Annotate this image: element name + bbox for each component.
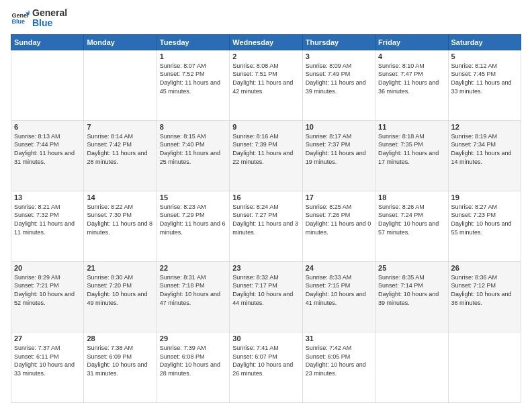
- calendar-cell: [11, 50, 84, 120]
- calendar-cell: 3Sunrise: 8:09 AMSunset: 7:49 PMDaylight…: [302, 50, 375, 120]
- day-info: Sunrise: 7:38 AMSunset: 6:09 PMDaylight:…: [87, 344, 153, 377]
- day-info: Sunrise: 8:21 AMSunset: 7:32 PMDaylight:…: [14, 203, 81, 236]
- day-number: 8: [160, 123, 226, 131]
- day-info: Sunrise: 8:08 AMSunset: 7:51 PMDaylight:…: [232, 62, 299, 95]
- logo: General Blue General Blue: [11, 8, 67, 29]
- day-number: 7: [87, 123, 153, 131]
- day-number: 11: [378, 123, 445, 131]
- day-number: 4: [378, 52, 445, 60]
- calendar-cell: 14Sunrise: 8:22 AMSunset: 7:30 PMDayligh…: [84, 191, 157, 261]
- day-info: Sunrise: 7:37 AMSunset: 6:11 PMDaylight:…: [14, 344, 81, 377]
- calendar-cell: 27Sunrise: 7:37 AMSunset: 6:11 PMDayligh…: [11, 332, 84, 402]
- day-info: Sunrise: 8:15 AMSunset: 7:40 PMDaylight:…: [160, 132, 226, 166]
- calendar-cell: 22Sunrise: 8:31 AMSunset: 7:18 PMDayligh…: [157, 261, 229, 332]
- day-number: 25: [378, 264, 445, 272]
- day-number: 21: [87, 264, 153, 272]
- calendar-cell: 16Sunrise: 8:24 AMSunset: 7:27 PMDayligh…: [230, 191, 302, 261]
- day-number: 22: [160, 264, 226, 272]
- calendar-cell: 9Sunrise: 8:16 AMSunset: 7:39 PMDaylight…: [230, 120, 302, 191]
- calendar-week-2: 6Sunrise: 8:13 AMSunset: 7:44 PMDaylight…: [11, 120, 521, 191]
- day-number: 20: [14, 264, 81, 272]
- day-info: Sunrise: 8:10 AMSunset: 7:47 PMDaylight:…: [378, 62, 445, 95]
- day-number: 2: [232, 52, 299, 60]
- calendar-cell: [448, 332, 521, 402]
- day-info: Sunrise: 8:13 AMSunset: 7:44 PMDaylight:…: [14, 132, 81, 166]
- day-info: Sunrise: 8:32 AMSunset: 7:17 PMDaylight:…: [232, 273, 299, 307]
- day-number: 15: [160, 193, 226, 201]
- calendar-cell: 11Sunrise: 8:18 AMSunset: 7:35 PMDayligh…: [375, 120, 448, 191]
- day-number: 29: [160, 334, 226, 342]
- calendar-cell: [84, 50, 157, 120]
- day-info: Sunrise: 8:30 AMSunset: 7:20 PMDaylight:…: [87, 273, 153, 307]
- day-info: Sunrise: 7:42 AMSunset: 6:05 PMDaylight:…: [306, 344, 372, 377]
- calendar-week-4: 20Sunrise: 8:29 AMSunset: 7:21 PMDayligh…: [11, 261, 521, 332]
- day-number: 31: [306, 334, 372, 342]
- day-info: Sunrise: 8:09 AMSunset: 7:49 PMDaylight:…: [306, 62, 372, 95]
- day-info: Sunrise: 8:19 AMSunset: 7:34 PMDaylight:…: [451, 132, 518, 166]
- calendar-cell: 23Sunrise: 8:32 AMSunset: 7:17 PMDayligh…: [230, 261, 302, 332]
- day-number: 26: [451, 264, 518, 272]
- calendar-cell: 18Sunrise: 8:26 AMSunset: 7:24 PMDayligh…: [375, 191, 448, 261]
- day-info: Sunrise: 8:31 AMSunset: 7:18 PMDaylight:…: [160, 273, 226, 307]
- calendar-week-5: 27Sunrise: 7:37 AMSunset: 6:11 PMDayligh…: [11, 332, 521, 402]
- day-number: 28: [87, 334, 153, 342]
- day-number: 10: [306, 123, 372, 131]
- weekday-header-saturday: Saturday: [448, 34, 521, 50]
- day-number: 14: [87, 193, 153, 201]
- day-number: 12: [451, 123, 518, 131]
- weekday-header-monday: Monday: [84, 34, 157, 50]
- day-info: Sunrise: 8:33 AMSunset: 7:15 PMDaylight:…: [306, 273, 372, 307]
- day-info: Sunrise: 7:41 AMSunset: 6:07 PMDaylight:…: [232, 344, 299, 377]
- calendar-table: SundayMondayTuesdayWednesdayThursdayFrid…: [11, 34, 521, 403]
- day-info: Sunrise: 8:26 AMSunset: 7:24 PMDaylight:…: [378, 203, 445, 236]
- calendar-header-row: SundayMondayTuesdayWednesdayThursdayFrid…: [11, 34, 521, 50]
- day-info: Sunrise: 8:25 AMSunset: 7:26 PMDaylight:…: [306, 203, 372, 236]
- calendar-cell: 13Sunrise: 8:21 AMSunset: 7:32 PMDayligh…: [11, 191, 84, 261]
- calendar-cell: 15Sunrise: 8:23 AMSunset: 7:29 PMDayligh…: [157, 191, 229, 261]
- day-number: 17: [306, 193, 372, 201]
- day-number: 24: [306, 264, 372, 272]
- day-number: 16: [232, 193, 299, 201]
- day-number: 23: [232, 264, 299, 272]
- day-info: Sunrise: 8:07 AMSunset: 7:52 PMDaylight:…: [160, 62, 226, 95]
- day-number: 18: [378, 193, 445, 201]
- calendar-cell: 1Sunrise: 8:07 AMSunset: 7:52 PMDaylight…: [157, 50, 229, 120]
- day-info: Sunrise: 8:36 AMSunset: 7:12 PMDaylight:…: [451, 273, 518, 307]
- weekday-header-friday: Friday: [375, 34, 448, 50]
- weekday-header-thursday: Thursday: [302, 34, 375, 50]
- calendar-week-1: 1Sunrise: 8:07 AMSunset: 7:52 PMDaylight…: [11, 50, 521, 120]
- day-info: Sunrise: 8:16 AMSunset: 7:39 PMDaylight:…: [232, 132, 299, 166]
- day-number: 3: [306, 52, 372, 60]
- day-number: 5: [451, 52, 518, 60]
- weekday-header-sunday: Sunday: [11, 34, 84, 50]
- day-number: 6: [14, 123, 81, 131]
- day-info: Sunrise: 8:22 AMSunset: 7:30 PMDaylight:…: [87, 203, 153, 236]
- calendar-cell: 10Sunrise: 8:17 AMSunset: 7:37 PMDayligh…: [302, 120, 375, 191]
- calendar-cell: [375, 332, 448, 402]
- calendar-cell: 4Sunrise: 8:10 AMSunset: 7:47 PMDaylight…: [375, 50, 448, 120]
- logo-blue: Blue: [32, 18, 67, 28]
- day-info: Sunrise: 8:18 AMSunset: 7:35 PMDaylight:…: [378, 132, 445, 166]
- calendar-cell: 31Sunrise: 7:42 AMSunset: 6:05 PMDayligh…: [302, 332, 375, 402]
- calendar-cell: 29Sunrise: 7:39 AMSunset: 6:08 PMDayligh…: [157, 332, 229, 402]
- header: General Blue General Blue: [11, 8, 521, 29]
- day-number: 13: [14, 193, 81, 201]
- calendar-cell: 2Sunrise: 8:08 AMSunset: 7:51 PMDaylight…: [230, 50, 302, 120]
- calendar-week-3: 13Sunrise: 8:21 AMSunset: 7:32 PMDayligh…: [11, 191, 521, 261]
- day-info: Sunrise: 8:29 AMSunset: 7:21 PMDaylight:…: [14, 273, 81, 307]
- day-info: Sunrise: 8:35 AMSunset: 7:14 PMDaylight:…: [378, 273, 445, 307]
- page: General Blue General Blue SundayMondayTu…: [0, 0, 532, 411]
- day-number: 30: [232, 334, 299, 342]
- calendar-cell: 19Sunrise: 8:27 AMSunset: 7:23 PMDayligh…: [448, 191, 521, 261]
- weekday-header-tuesday: Tuesday: [157, 34, 229, 50]
- day-info: Sunrise: 8:27 AMSunset: 7:23 PMDaylight:…: [451, 203, 518, 236]
- day-number: 19: [451, 193, 518, 201]
- day-info: Sunrise: 7:39 AMSunset: 6:08 PMDaylight:…: [160, 344, 226, 377]
- calendar-cell: 25Sunrise: 8:35 AMSunset: 7:14 PMDayligh…: [375, 261, 448, 332]
- svg-text:Blue: Blue: [11, 19, 25, 26]
- calendar-cell: 12Sunrise: 8:19 AMSunset: 7:34 PMDayligh…: [448, 120, 521, 191]
- day-info: Sunrise: 8:23 AMSunset: 7:29 PMDaylight:…: [160, 203, 226, 236]
- day-number: 9: [232, 123, 299, 131]
- day-number: 1: [160, 52, 226, 60]
- calendar-cell: 6Sunrise: 8:13 AMSunset: 7:44 PMDaylight…: [11, 120, 84, 191]
